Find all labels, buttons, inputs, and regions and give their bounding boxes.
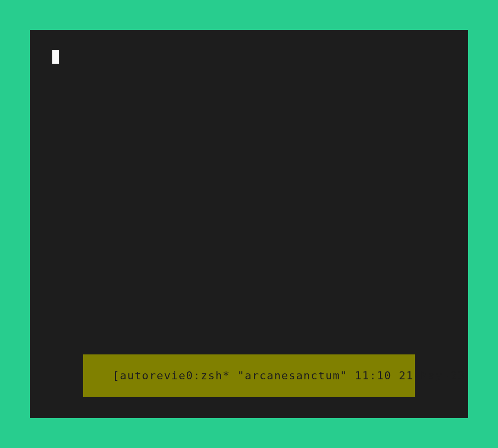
terminal-content-area[interactable]: [52, 50, 446, 368]
tmux-status-bar: [autorevie0:zsh* "arcanesanctum" 11:10 2…: [83, 354, 415, 397]
cursor-block-icon: [52, 50, 59, 64]
status-bar-text: [autorevie0:zsh* "arcanesanctum" 11:10 2…: [113, 369, 465, 382]
terminal-window: [autorevie0:zsh* "arcanesanctum" 11:10 2…: [30, 30, 468, 418]
shell-prompt[interactable]: [52, 51, 59, 64]
